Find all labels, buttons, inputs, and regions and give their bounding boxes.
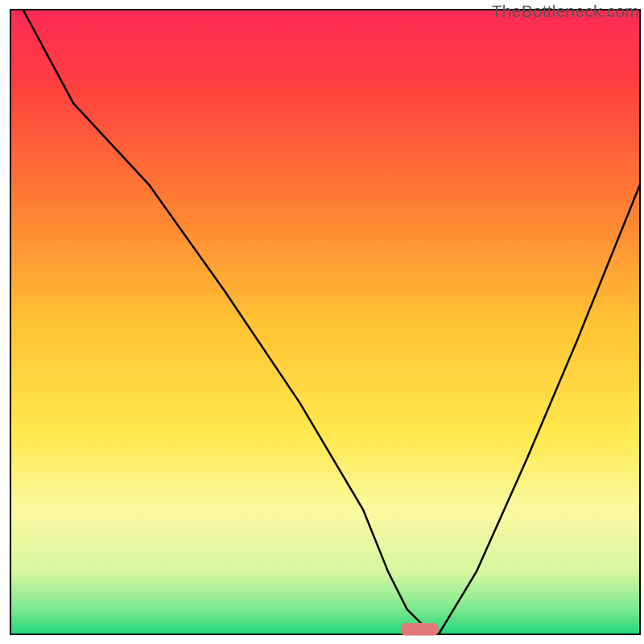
watermark-text: TheBottleneck.com bbox=[492, 2, 639, 21]
plot-background bbox=[10, 10, 640, 634]
bottleneck-chart bbox=[0, 0, 644, 644]
optimal-marker bbox=[401, 623, 439, 636]
chart-container: { "watermark": "TheBottleneck.com", "cha… bbox=[0, 0, 644, 644]
